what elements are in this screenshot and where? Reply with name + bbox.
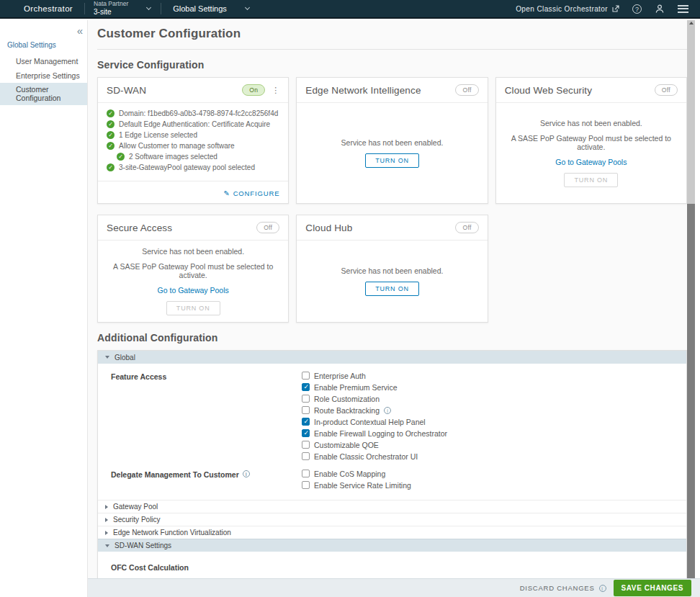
ofc-cost-calculation-label: OFC Cost Calculation: [111, 563, 686, 572]
accordion-label: Gateway Pool: [113, 503, 158, 511]
cloud-web-security-card: Cloud Web Security Off Service has not b…: [495, 77, 687, 204]
checkbox-box[interactable]: [302, 481, 310, 489]
checkbox-label: Enable Premium Service: [314, 383, 398, 392]
user-icon[interactable]: [655, 4, 665, 14]
save-changes-button[interactable]: SAVE CHANGES: [614, 580, 691, 596]
checkbox-box[interactable]: [302, 429, 310, 437]
scrollbar-thumb[interactable]: [687, 204, 695, 578]
global-settings-dropdown-label: Global Settings: [173, 4, 227, 13]
accordion-label: Security Policy: [113, 516, 161, 524]
sidebar-collapse-icon[interactable]: [77, 24, 83, 37]
discard-changes-button[interactable]: DISCARD CHANGES: [520, 584, 606, 592]
sdwan-checklist-item: 3-site-GatewayPool gateway pool selected: [107, 163, 279, 171]
delegate-management-text: Delegate Management To Customer: [111, 470, 239, 479]
checkbox-box[interactable]: [302, 418, 310, 426]
secure-access-turn-on-button[interactable]: TURN ON: [166, 301, 220, 315]
checkbox-enterprise-auth[interactable]: Enterprise Auth: [302, 372, 447, 380]
check-circle-icon: [107, 131, 115, 139]
global-settings-dropdown[interactable]: Global Settings: [161, 4, 261, 13]
secure-access-status-message: Service has not been enabled.: [142, 247, 244, 256]
sdwan-checklist-item: Domain: f1bedb69-a0b3-4798-8974-fc2cc825…: [107, 109, 279, 117]
external-link-icon: [612, 5, 619, 12]
page-title: Customer Configuration: [97, 20, 687, 50]
sidebar-item-user-management[interactable]: User Management: [0, 55, 87, 69]
eni-status-badge[interactable]: Off: [455, 84, 478, 96]
secure-access-status-badge[interactable]: Off: [256, 222, 279, 233]
checkbox-enable-classic-orchestrator-ui[interactable]: Enable Classic Orchestrator UI: [302, 452, 447, 460]
help-icon[interactable]: ?: [632, 4, 642, 14]
scroll-up-arrow-icon[interactable]: [689, 22, 694, 24]
global-section-content: Feature Access Enterprise Auth Enable Pr…: [98, 364, 686, 500]
vertical-scrollbar[interactable]: [687, 20, 695, 578]
checklist-text: Default Edge Authentication: Certificate…: [119, 120, 270, 128]
checkbox-box[interactable]: [302, 470, 310, 477]
info-icon[interactable]: [599, 585, 606, 592]
chevron-right-icon: [105, 505, 108, 509]
delegate-management-label: Delegate Management To Customer: [111, 470, 302, 493]
checklist-text: Allow Customer to manage software: [119, 142, 235, 150]
checkbox-role-customization[interactable]: Role Customization: [302, 395, 447, 403]
sdwan-status-badge[interactable]: On: [242, 84, 265, 96]
checkbox-box[interactable]: [302, 395, 310, 403]
sdwan-settings-content: OFC Cost Calculation Distributed Cost Ca…: [98, 552, 686, 578]
accordion-header-gateway-pool[interactable]: Gateway Pool: [98, 500, 686, 513]
checkbox-box[interactable]: [302, 406, 310, 414]
sidebar-item-enterprise-settings[interactable]: Enterprise Settings: [0, 69, 87, 84]
open-classic-orchestrator-label: Open Classic Orchestrator: [516, 5, 608, 13]
cws-turn-on-button[interactable]: TURN ON: [564, 173, 618, 187]
checkbox-label: In-product Contextual Help Panel: [314, 418, 426, 426]
checkbox-enable-firewall-logging[interactable]: Enable Firewall Logging to Orchestrator: [302, 429, 447, 437]
accordion-header-edge-network-function-virtualization[interactable]: Edge Network Function Virtualization: [98, 526, 686, 539]
checkbox-box[interactable]: [302, 383, 310, 391]
customer-switcher-dropdown[interactable]: Nata Partner 3-site: [85, 1, 161, 16]
checkbox-label: Role Customization: [314, 395, 380, 403]
cws-status-message: Service has not been enabled.: [540, 119, 642, 127]
checkbox-box[interactable]: [302, 452, 310, 460]
accordion-header-security-policy[interactable]: Security Policy: [98, 513, 686, 526]
cloud-hub-card: Cloud Hub Off Service has not been enabl…: [296, 215, 488, 323]
chevron-down-icon: [146, 5, 151, 10]
sidebar-item-customer-configuration[interactable]: Customer Configuration: [0, 83, 87, 105]
cws-go-to-gateway-pools-link[interactable]: Go to Gateway Pools: [555, 158, 627, 166]
checkbox-enable-service-rate-limiting[interactable]: Enable Service Rate Limiting: [302, 481, 411, 489]
accordion-header-global[interactable]: Global: [98, 351, 686, 364]
checkbox-enable-cos-mapping[interactable]: Enable CoS Mapping: [302, 470, 411, 477]
accordion-header-sdwan-settings[interactable]: SD-WAN Settings: [98, 539, 686, 552]
checkbox-customizable-qoe[interactable]: Customizable QOE: [302, 441, 447, 449]
checkbox-in-product-contextual-help-panel[interactable]: In-product Contextual Help Panel: [302, 418, 447, 426]
chevron-down-icon: [105, 356, 109, 359]
chevron-down-icon: [105, 544, 109, 547]
check-circle-icon: [117, 153, 125, 161]
chevron-right-icon: [105, 531, 108, 535]
checkbox-route-backtracking[interactable]: Route Backtracking: [302, 406, 447, 414]
menu-icon[interactable]: [678, 5, 688, 13]
open-classic-orchestrator-link[interactable]: Open Classic Orchestrator: [516, 5, 619, 13]
configure-button[interactable]: CONFIGURE: [223, 189, 279, 197]
checkbox-label: Enable Service Rate Limiting: [314, 481, 411, 490]
cloud-hub-status-badge[interactable]: Off: [455, 222, 478, 233]
bottom-action-bar: DISCARD CHANGES SAVE CHANGES: [88, 578, 700, 597]
app-brand: Orchestrator: [0, 4, 84, 13]
checkbox-box[interactable]: [302, 372, 310, 380]
cws-requirement-message: A SASE PoP Gateway Pool must be selected…: [505, 134, 678, 151]
chevron-down-icon: [245, 5, 250, 10]
eni-turn-on-button[interactable]: TURN ON: [365, 153, 419, 168]
kebab-menu-icon[interactable]: [272, 86, 279, 94]
checkbox-enable-premium-service[interactable]: Enable Premium Service: [302, 383, 447, 391]
sidebar-section-global-settings[interactable]: Global Settings: [0, 20, 87, 55]
configure-label: CONFIGURE: [233, 189, 280, 197]
check-circle-icon: [107, 142, 115, 150]
cloud-hub-turn-on-button[interactable]: TURN ON: [365, 282, 419, 296]
grid-spacer: [495, 215, 687, 323]
info-icon[interactable]: [384, 407, 391, 414]
checkbox-box[interactable]: [302, 441, 310, 449]
accordion-label: Global: [115, 354, 135, 362]
secure-access-card-title: Secure Access: [107, 223, 256, 233]
cws-status-badge[interactable]: Off: [655, 84, 678, 96]
customer-name: 3-site: [94, 8, 128, 17]
secure-access-go-to-gateway-pools-link[interactable]: Go to Gateway Pools: [158, 286, 229, 295]
edge-network-intelligence-card: Edge Network Intelligence Off Service ha…: [296, 77, 488, 204]
sdwan-checklist-item: Default Edge Authentication: Certificate…: [107, 120, 279, 128]
cws-card-title: Cloud Web Security: [505, 85, 655, 96]
info-icon[interactable]: [243, 470, 250, 477]
